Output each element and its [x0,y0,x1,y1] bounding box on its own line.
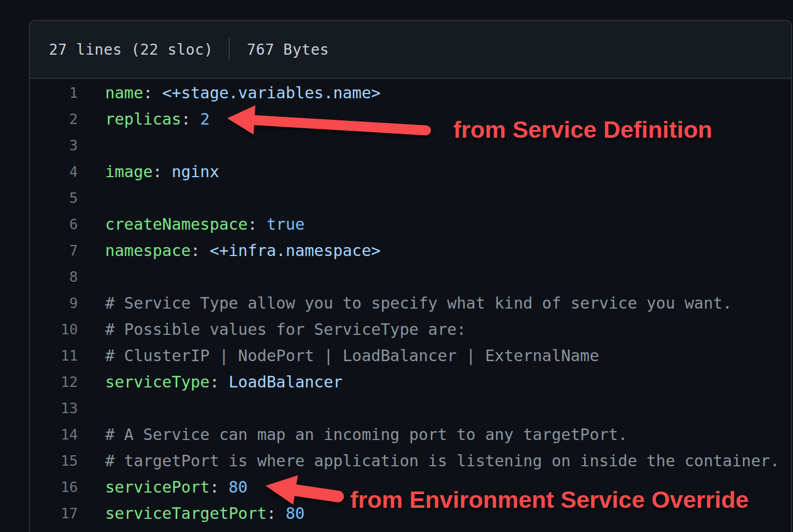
file-size-info: 767 Bytes [247,41,329,58]
code-text: replicas: 2 [105,110,210,128]
code-token-pun: : [191,241,210,260]
code-line: 15# targetPort is where application is l… [30,447,791,474]
header-divider [229,38,230,60]
code-text: # Service Type allow you to specify what… [105,294,732,312]
code-token-str: <+stage.variables.name> [162,84,380,102]
line-number[interactable]: 7 [30,242,78,259]
code-text: namespace: <+infra.namespace> [105,241,381,260]
file-panel: 27 lines (22 sloc) 767 Bytes 1name: <+st… [29,20,792,532]
code-line: 12serviceType: LoadBalancer [30,369,791,395]
code-text: serviceTargetPort: 80 [105,504,304,523]
code-token-key: servicePort [105,478,210,496]
line-number[interactable]: 13 [30,400,78,416]
code-text: # A Service can map an incoming port to … [105,425,627,444]
code-token-num: true [267,215,304,233]
line-number[interactable]: 1 [30,85,78,101]
code-token-pun: : [267,504,286,523]
code-token-num: 80 [286,504,304,523]
code-lines: 1name: <+stage.variables.name>2replicas:… [30,79,791,526]
file-lines-info: 27 lines (22 sloc) [49,41,213,58]
code-text: serviceType: LoadBalancer [105,373,343,391]
code-token-key: namespace [105,241,191,260]
code-token-pun: : [152,162,171,181]
line-number[interactable]: 15 [30,453,78,469]
code-token-pun: : [210,478,229,496]
code-line: 5 [30,185,791,211]
line-number[interactable]: 5 [30,190,78,206]
code-token-num: 80 [229,478,248,496]
code-text: # targetPort is where application is lis… [105,452,779,470]
code-line: 4image: nginx [30,158,791,185]
code-line: 11# ClusterIP | NodePort | LoadBalancer … [30,342,791,369]
code-token-str: <+infra.namespace> [210,241,381,260]
code-token-com: # ClusterIP | NodePort | LoadBalancer | … [105,346,599,365]
file-header: 27 lines (22 sloc) 767 Bytes [30,21,791,79]
code-token-key: name [105,84,143,102]
code-token-str: nginx [171,162,219,181]
code-token-key: replicas [105,110,181,128]
line-number[interactable]: 3 [30,137,78,154]
line-number[interactable]: 10 [30,321,78,337]
line-number[interactable]: 2 [30,111,78,127]
code-token-key: image [105,162,152,181]
code-line: 13 [30,395,791,421]
code-line: 10# Possible values for ServiceType are: [30,316,791,342]
code-text: # ClusterIP | NodePort | LoadBalancer | … [105,346,599,365]
code-token-com: # Possible values for ServiceType are: [105,320,466,339]
code-token-num: 2 [200,110,210,128]
code-line: 9# Service Type allow you to specify wha… [30,290,791,316]
code-text: createNamespace: true [105,215,304,233]
code-line: 6createNamespace: true [30,211,791,237]
code-text: servicePort: 80 [105,478,248,496]
code-token-key: serviceType [105,373,210,391]
line-number[interactable]: 12 [30,374,78,390]
code-token-pun: : [210,373,229,391]
code-token-pun: : [143,84,162,102]
code-token-key: serviceTargetPort [105,504,267,523]
code-token-key: createNamespace [105,215,248,233]
line-number[interactable]: 9 [30,295,78,311]
code-token-com: # Service Type allow you to specify what… [105,294,732,312]
code-token-str: LoadBalancer [229,373,343,391]
line-number[interactable]: 11 [30,347,78,364]
code-line: 8 [30,263,791,290]
code-line: 7namespace: <+infra.namespace> [30,237,791,263]
code-text: name: <+stage.variables.name> [105,84,381,102]
annotation-service-definition: from Service Definition [453,117,713,143]
line-number[interactable]: 17 [30,505,78,521]
line-number[interactable]: 6 [30,216,78,232]
line-number[interactable]: 16 [30,479,78,495]
code-text: # Possible values for ServiceType are: [105,320,466,339]
line-number[interactable]: 4 [30,163,78,180]
code-token-com: # A Service can map an incoming port to … [105,425,627,444]
line-number[interactable]: 8 [30,269,78,285]
code-line: 14# A Service can map an incoming port t… [30,421,791,447]
annotation-environment-service-override: from Environment Service Override [350,487,749,513]
code-token-pun: : [248,215,267,233]
code-text: image: nginx [105,162,219,181]
code-token-com: # targetPort is where application is lis… [105,452,779,470]
code-line: 1name: <+stage.variables.name> [30,79,791,106]
line-number[interactable]: 14 [30,426,78,443]
code-token-pun: : [181,110,200,128]
